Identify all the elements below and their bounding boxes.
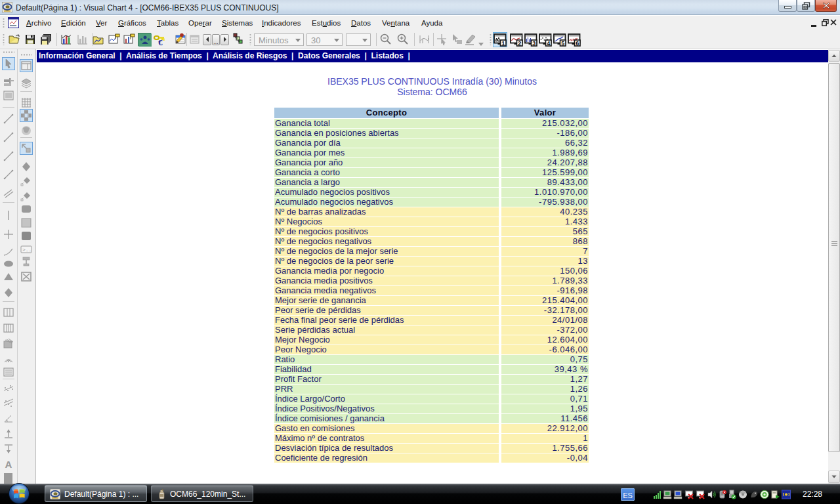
svg-text:1: 1 [501,39,505,46]
svg-text:A: A [5,459,12,470]
svg-text:4: 4 [547,39,550,46]
svg-text:5: 5 [561,39,564,46]
svg-text:>...: >... [22,247,32,253]
svg-text:2: 2 [518,39,521,46]
svg-text:3: 3 [532,39,536,46]
svg-text:€: € [158,37,163,46]
svg-text:6: 6 [576,39,579,46]
